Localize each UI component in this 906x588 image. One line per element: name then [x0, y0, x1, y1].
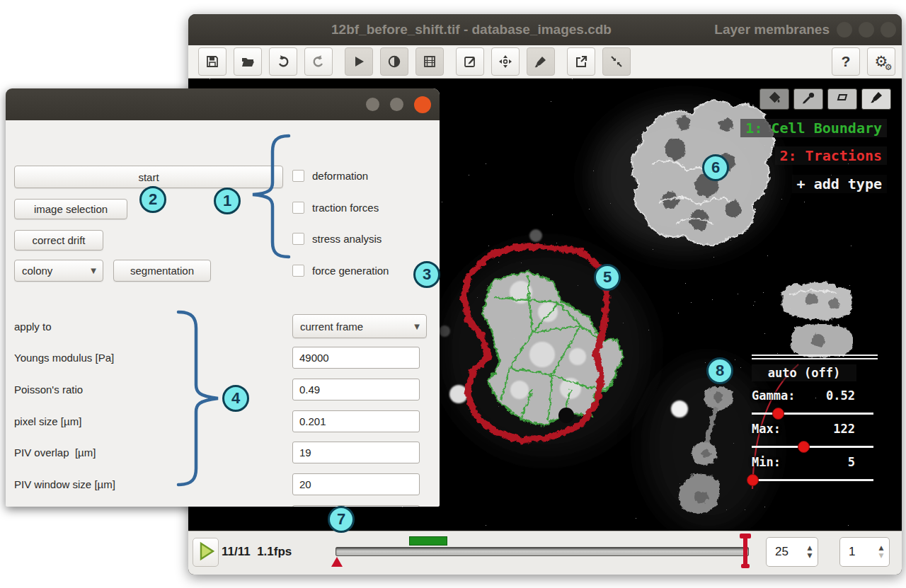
- deformation-checkbox[interactable]: [292, 170, 304, 182]
- contrast-button[interactable]: [380, 47, 408, 76]
- auto-contrast-toggle[interactable]: auto (off): [752, 364, 856, 381]
- redo-button[interactable]: [304, 47, 333, 76]
- edit-marker-button[interactable]: [456, 47, 484, 76]
- close-icon[interactable]: [414, 96, 431, 113]
- export-button[interactable]: [567, 47, 595, 76]
- chevron-down-icon: ▼: [414, 323, 420, 330]
- spin-down-icon[interactable]: ▼: [879, 553, 884, 559]
- max-value: 122: [833, 422, 855, 436]
- youngs-modulus-input[interactable]: [292, 347, 420, 369]
- fit-view-button[interactable]: [602, 47, 631, 76]
- brush-toolbar-button[interactable]: [527, 47, 555, 76]
- gamma-slider[interactable]: [752, 413, 873, 415]
- window-button-icon[interactable]: [859, 22, 874, 38]
- move-button[interactable]: [491, 47, 520, 76]
- min-slider-handle[interactable]: [747, 474, 759, 486]
- step-spinbox[interactable]: 1 ▲▼: [839, 537, 890, 567]
- spin-up-icon[interactable]: ▲: [808, 545, 813, 551]
- min-slider[interactable]: [752, 479, 873, 481]
- gel-height-input[interactable]: [292, 505, 420, 507]
- window-button-icon[interactable]: [881, 22, 896, 38]
- timeline-processed-range: [409, 536, 447, 546]
- panel-divider: [752, 358, 878, 359]
- help-button[interactable]: ?: [832, 47, 860, 76]
- color-picker-tool[interactable]: [793, 88, 823, 110]
- timeline-position-handle[interactable]: [743, 537, 747, 567]
- spinbox-arrows[interactable]: ▲▼: [802, 545, 818, 559]
- spinbox-arrows[interactable]: ▲▼: [873, 545, 889, 559]
- apply-to-dropdown[interactable]: current frame ▼: [292, 314, 427, 338]
- layer-indicator: Layer membranes: [714, 14, 830, 45]
- annotation-circle-3: 3: [413, 261, 440, 288]
- mode-dropdown-value: colony: [22, 265, 52, 277]
- fps-spinbox[interactable]: 25 ▲▼: [766, 537, 818, 567]
- save-icon: [205, 54, 219, 69]
- spin-up-icon[interactable]: ▲: [879, 545, 884, 551]
- timeline-slider[interactable]: [336, 547, 749, 556]
- help-icon: ?: [842, 53, 851, 70]
- checkbox-label: traction forces: [312, 202, 379, 214]
- marker-type-tractions[interactable]: 2: Tractions: [775, 146, 888, 165]
- fill-bucket-tool[interactable]: [759, 88, 789, 110]
- add-marker-type[interactable]: + add type: [792, 175, 887, 193]
- field-label: Poisson's ratio: [14, 379, 83, 400]
- annotation-circle-4: 4: [222, 385, 249, 412]
- annotation-circle-7: 7: [328, 506, 355, 533]
- export-icon: [574, 54, 588, 69]
- film-button[interactable]: [415, 47, 444, 76]
- save-button[interactable]: [198, 47, 226, 76]
- marker-type-cell-boundary[interactable]: 1: Cell Boundary: [740, 119, 887, 137]
- open-button[interactable]: [234, 47, 262, 76]
- fill-bucket-icon: [767, 91, 782, 108]
- spin-down-icon[interactable]: ▼: [808, 553, 813, 559]
- panel-divider: [752, 354, 878, 356]
- mode-dropdown[interactable]: colony ▼: [14, 260, 103, 282]
- min-label: Min:: [752, 455, 781, 469]
- force-generation-checkbox[interactable]: [292, 265, 304, 277]
- annotation-circle-2: 2: [139, 186, 166, 213]
- play-triangle-icon: [195, 540, 217, 565]
- play-toolbar-button[interactable]: [345, 47, 373, 76]
- edit-marker-icon: [463, 54, 477, 69]
- brush-tool[interactable]: [861, 88, 891, 110]
- window-button-icon[interactable]: [837, 22, 852, 38]
- undo-button[interactable]: [269, 47, 297, 76]
- tfm-addon-dialog: start image selection correct drift colo…: [6, 88, 440, 507]
- gamma-label: Gamma:: [752, 388, 795, 403]
- start-button[interactable]: start: [14, 166, 283, 188]
- piv-window-size-input[interactable]: [292, 473, 420, 495]
- traction-forces-checkbox[interactable]: [292, 202, 304, 214]
- window-button-icon[interactable]: [390, 98, 403, 111]
- window-controls: [837, 22, 896, 38]
- pixel-size-input[interactable]: [292, 410, 420, 432]
- field-label: PIV window size [µm]: [14, 473, 115, 495]
- gamma-slider-handle[interactable]: [772, 408, 784, 420]
- brush-tool-icon: [868, 91, 884, 108]
- main-titlebar: 12bf_before_shift.tif - database_images.…: [188, 14, 902, 45]
- checkbox-row: traction forces: [292, 202, 379, 214]
- segmentation-button[interactable]: segmentation: [113, 260, 211, 282]
- max-slider[interactable]: [752, 446, 873, 448]
- correct-drift-button[interactable]: correct drift: [14, 230, 103, 250]
- dialog-titlebar: [6, 88, 440, 120]
- chevron-down-icon: ▼: [91, 267, 96, 275]
- poissons-ratio-input[interactable]: [292, 379, 420, 400]
- image-selection-button[interactable]: image selection: [14, 199, 127, 219]
- piv-overlap-input[interactable]: [292, 442, 420, 463]
- contrast-icon: [387, 54, 401, 69]
- play-button[interactable]: [193, 538, 219, 567]
- annotation-circle-5: 5: [594, 264, 621, 291]
- gamma-value: 0.52: [826, 388, 855, 403]
- stress-analysis-checkbox[interactable]: [292, 233, 304, 245]
- max-slider-handle[interactable]: [798, 441, 810, 453]
- color-picker-icon: [801, 91, 816, 108]
- eraser-tool[interactable]: [827, 88, 857, 110]
- field-label: pixel size [µm]: [14, 410, 81, 432]
- timeline-start-marker[interactable]: [331, 557, 343, 567]
- timeline-position-handle[interactable]: [741, 564, 750, 568]
- window-button-icon[interactable]: [366, 98, 379, 111]
- checkbox-row: deformation: [292, 170, 368, 182]
- eraser-icon: [835, 91, 850, 108]
- settings-button[interactable]: ⚙⚙: [867, 47, 895, 76]
- redo-icon: [311, 54, 326, 69]
